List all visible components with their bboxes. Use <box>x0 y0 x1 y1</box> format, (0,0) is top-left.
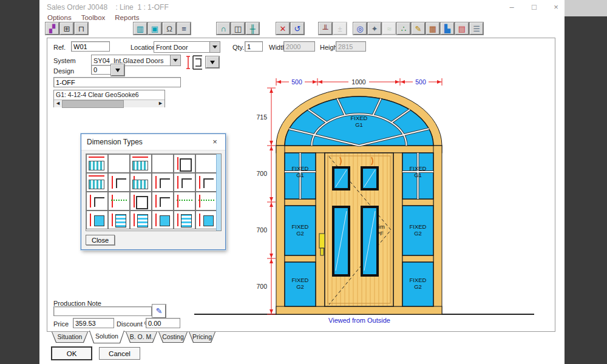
location-value: Front Door <box>154 44 209 51</box>
edit-note-icon[interactable]: ✎ <box>152 305 166 318</box>
chevron-down-icon[interactable] <box>209 42 220 52</box>
dimension-type-thumbnail[interactable] <box>174 192 195 211</box>
dimension-type-thumbnail[interactable] <box>195 154 217 173</box>
tab-situation[interactable]: Situation <box>52 332 88 343</box>
frame-icon[interactable]: ▣ <box>148 22 161 35</box>
location-select[interactable]: Front Door <box>154 41 220 53</box>
svg-text:G2: G2 <box>296 283 304 290</box>
pen-icon[interactable]: ✎ <box>412 22 425 35</box>
dimension-type-thumbnail[interactable] <box>108 211 130 229</box>
qty-label: Qty. <box>232 44 244 51</box>
dimension-type-thumbnail[interactable] <box>86 192 108 211</box>
qty-input[interactable] <box>245 41 263 52</box>
dialog-scrollbar[interactable] <box>216 154 221 231</box>
close-button[interactable]: × <box>548 1 564 13</box>
dimension-type-thumbnail[interactable] <box>174 154 195 173</box>
ref-input[interactable] <box>71 41 110 52</box>
menu-reports[interactable]: Reports <box>115 14 139 21</box>
profile-dropdown-button[interactable] <box>206 56 219 68</box>
chart-icon[interactable]: ▙ <box>441 22 454 35</box>
ok-button[interactable]: OK <box>52 347 92 360</box>
head-section-icon[interactable]: ⊓ <box>75 22 88 35</box>
scrollbar-thumb[interactable] <box>62 100 124 108</box>
fan-icon[interactable]: ✦ <box>368 22 381 35</box>
double-door-icon[interactable]: ◫ <box>231 22 245 35</box>
grid-window-icon[interactable]: ⊞ <box>60 22 73 35</box>
dimension-type-thumbnail[interactable] <box>86 154 108 173</box>
production-note-input[interactable] <box>53 306 152 316</box>
glass-spec-item[interactable]: G1: 4-12-4 Clear GeoSooke6 <box>54 90 164 99</box>
dimension-type-thumbnail[interactable] <box>108 173 130 192</box>
maximize-button[interactable]: □ <box>526 1 542 13</box>
svg-text:FIXED: FIXED <box>410 277 427 283</box>
tab-bom[interactable]: B. O. M. <box>126 332 157 343</box>
dimension-type-thumbnail[interactable] <box>130 211 152 229</box>
dimension-type-thumbnail[interactable] <box>152 192 174 211</box>
scroll-right-icon[interactable]: ► <box>157 100 164 107</box>
system-value: SY04 Int.Glazed Doors <box>92 57 170 64</box>
svg-text:FIXED: FIXED <box>410 165 427 172</box>
dim-left-2: 700 <box>256 170 267 177</box>
dimension-left: 715 700 700 700 <box>256 88 276 314</box>
grill-icon[interactable]: ╫ <box>246 22 259 35</box>
bulb-icon[interactable]: Ω <box>163 22 176 35</box>
svg-text:G2: G2 <box>414 283 422 290</box>
zoom-icon[interactable]: ◎ <box>353 22 367 35</box>
dimension-type-thumbnail[interactable] <box>174 211 195 229</box>
dots-pen-icon[interactable]: ∴ <box>397 22 410 35</box>
discount-input[interactable] <box>146 318 180 328</box>
tab-solution[interactable]: Solution <box>89 331 124 343</box>
height-input <box>336 41 366 52</box>
svg-text:G1: G1 <box>414 172 422 178</box>
cancel-button[interactable]: Cancel <box>99 347 140 360</box>
scales-icon[interactable]: ╨ <box>319 22 332 35</box>
door-elevation-drawing: FIXED G1 FIXEDG1 FIXEDG1 FIXEDG2 FIXEDG2… <box>194 78 540 325</box>
dimension-types-grid <box>86 154 217 229</box>
dimension-type-thumbnail[interactable] <box>86 173 108 192</box>
dimension-type-thumbnail[interactable] <box>130 192 152 211</box>
dimension-type-thumbnail[interactable] <box>152 173 174 192</box>
undo-icon[interactable]: ↺ <box>291 22 304 35</box>
dimension-type-thumbnail[interactable] <box>195 192 217 211</box>
minimize-button[interactable]: – <box>504 1 520 13</box>
machine-icon[interactable]: ▦ <box>426 22 439 35</box>
dimension-type-thumbnail[interactable] <box>130 154 152 173</box>
glass-spec-listbox[interactable]: G1: 4-12-4 Clear GeoSooke6 ◄ ► <box>53 90 165 107</box>
scroll-left-icon[interactable]: ◄ <box>54 100 62 107</box>
dimension-type-thumbnail[interactable] <box>86 211 108 229</box>
dim-left-3: 700 <box>256 226 267 234</box>
fanlight-label-g1: G1 <box>355 121 363 128</box>
dimension-type-thumbnail[interactable] <box>108 154 130 173</box>
window-panes-icon[interactable]: ▥ <box>134 22 147 35</box>
toolbar-group-3: ∩ ◫ ╫ <box>217 22 259 35</box>
dimension-type-thumbnail[interactable] <box>108 192 130 211</box>
menu-options[interactable]: Options <box>47 14 72 21</box>
document-icon[interactable]: ☰ <box>470 22 483 35</box>
dimension-types-panel <box>86 153 222 231</box>
chevron-down-icon[interactable] <box>170 55 180 66</box>
dialog-close-button[interactable]: Close <box>86 235 115 245</box>
svg-text:FIXED: FIXED <box>292 277 309 283</box>
delete-icon[interactable]: ✕ <box>276 22 290 35</box>
dimension-type-thumbnail[interactable] <box>174 173 195 192</box>
glass-listbox-scrollbar[interactable]: ◄ ► <box>54 99 164 107</box>
arch-icon[interactable]: ∩ <box>217 22 230 35</box>
design-dropdown-button[interactable] <box>111 64 124 76</box>
profile-palette-icon[interactable]: ▞ <box>46 22 59 35</box>
design-input[interactable] <box>91 65 112 75</box>
dim-left-1: 715 <box>256 113 267 121</box>
tab-pricing[interactable]: Pricing <box>189 332 215 343</box>
dimension-type-thumbnail[interactable] <box>195 211 217 229</box>
toolbar-group-4: ✕ ↺ <box>276 22 304 35</box>
dimension-type-thumbnail[interactable] <box>152 154 174 173</box>
dialog-close-icon[interactable]: × <box>209 136 220 147</box>
line-description-input[interactable] <box>53 77 181 87</box>
dimension-type-thumbnail[interactable] <box>195 173 217 192</box>
report-icon[interactable]: ▤ <box>455 22 469 35</box>
dimension-type-thumbnail[interactable] <box>130 173 152 192</box>
price-input[interactable] <box>73 318 114 328</box>
menu-toolbox[interactable]: Toolbox <box>81 14 106 21</box>
dimension-type-thumbnail[interactable] <box>152 211 174 229</box>
survey-list-icon[interactable]: ≡ <box>177 22 191 35</box>
tab-costing[interactable]: Costing <box>158 332 188 343</box>
